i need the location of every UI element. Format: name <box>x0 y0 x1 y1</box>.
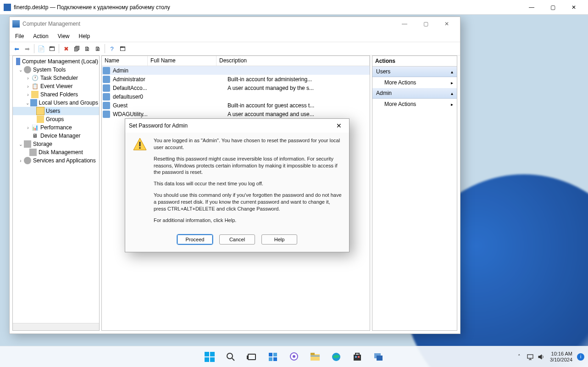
user-icon <box>103 84 110 92</box>
maximize-button[interactable]: ▢ <box>542 1 563 14</box>
tree-shared-folders[interactable]: ›Shared Folders <box>13 90 99 99</box>
svg-rect-10 <box>273 353 277 356</box>
user-row[interactable]: DefaultAcco...A user account managed by … <box>102 83 370 92</box>
navigation-tree[interactable]: Computer Management (Local) ⌄System Tool… <box>12 56 100 331</box>
tree-system-tools[interactable]: ⌄System Tools <box>13 66 99 74</box>
user-row[interactable]: AdministratorBuilt-in account for admini… <box>102 75 370 83</box>
back-icon[interactable]: ⬅ <box>11 44 22 54</box>
svg-rect-4 <box>210 352 215 356</box>
properties-icon[interactable]: 🗔 <box>47 44 57 54</box>
svg-marker-28 <box>538 355 542 359</box>
device-icon: 🖥 <box>31 132 39 139</box>
close-button[interactable]: ✕ <box>563 1 584 14</box>
dialog-titlebar[interactable]: Set Password for Admin ✕ <box>125 119 349 133</box>
user-description: A user account managed and use... <box>225 111 370 117</box>
forward-icon[interactable]: ➡ <box>22 44 32 54</box>
user-icon <box>103 67 110 74</box>
chevron-right-icon: ▸ <box>451 80 453 85</box>
export2-icon[interactable]: 🗎 <box>93 44 103 54</box>
network-icon[interactable] <box>526 353 534 361</box>
delete-icon[interactable]: ✖ <box>61 44 71 54</box>
user-name: DefaultAcco... <box>110 85 156 91</box>
cm-titlebar[interactable]: Computer Management — ▢ ✕ <box>10 17 460 31</box>
edge-icon[interactable] <box>327 348 345 366</box>
export-icon[interactable]: 🗎 <box>82 44 92 54</box>
cm-close-button[interactable]: ✕ <box>436 18 457 30</box>
actions-group-admin[interactable]: Admin▴ <box>372 88 457 99</box>
tree-horizontal-scrollbar[interactable] <box>13 323 99 330</box>
user-icon <box>103 111 110 118</box>
svg-rect-9 <box>269 353 272 356</box>
svg-rect-5 <box>205 357 209 362</box>
actions-group-users[interactable]: Users▴ <box>372 67 457 77</box>
tree-storage[interactable]: ⌄Storage <box>13 140 99 148</box>
tree-performance[interactable]: ›📊Performance <box>13 123 99 132</box>
help-icon[interactable]: ? <box>107 44 117 54</box>
up-icon[interactable]: 📄 <box>36 44 46 54</box>
set-password-dialog: Set Password for Admin ✕ You are logged … <box>125 118 349 252</box>
dialog-close-button[interactable]: ✕ <box>333 121 345 131</box>
perf-icon: 📊 <box>31 124 39 131</box>
tray-chevron-icon[interactable]: ˄ <box>515 353 523 361</box>
search-icon[interactable] <box>222 348 240 366</box>
tree-task-scheduler[interactable]: ›🕐Task Scheduler <box>13 74 99 82</box>
task-view-icon[interactable] <box>243 348 261 366</box>
tree-device-manager[interactable]: 🖥Device Manager <box>13 132 99 140</box>
clock-date: 3/10/2024 <box>550 357 572 363</box>
people-icon <box>30 99 37 106</box>
rdp-taskbar-icon[interactable] <box>369 348 388 366</box>
chevron-up-icon: ▴ <box>451 91 453 96</box>
window-icon[interactable]: 🗔 <box>117 44 128 54</box>
proceed-button[interactable]: Proceed <box>177 234 213 245</box>
disk-icon <box>29 149 37 156</box>
folder-icon <box>37 116 44 123</box>
menu-file[interactable]: File <box>11 32 28 40</box>
menu-view[interactable]: View <box>54 32 73 40</box>
help-button[interactable]: Help <box>261 234 297 245</box>
refresh-icon[interactable]: 🗐 <box>72 44 82 54</box>
list-header[interactable]: Name Full Name Description <box>102 56 370 66</box>
user-description: Built-in account for administering... <box>225 76 370 83</box>
menu-help[interactable]: Help <box>75 32 94 40</box>
tree-groups[interactable]: Groups <box>13 115 99 123</box>
taskbar-center <box>200 348 388 366</box>
chat-icon[interactable] <box>285 348 303 366</box>
start-button[interactable] <box>200 348 219 366</box>
user-row[interactable]: GuestBuilt-in account for guest access t… <box>102 101 370 110</box>
cm-minimize-button[interactable]: — <box>394 18 415 30</box>
col-description[interactable]: Description <box>216 56 370 66</box>
minimize-button[interactable]: — <box>521 1 542 14</box>
notification-badge[interactable]: i <box>577 353 584 361</box>
cm-maximize-button[interactable]: ▢ <box>415 18 436 30</box>
tree-event-viewer[interactable]: ›📋Event Viewer <box>13 82 99 90</box>
actions-more-users[interactable]: More Actions▸ <box>372 77 457 88</box>
chevron-right-icon: ▸ <box>451 102 453 107</box>
user-row[interactable]: WDAGUtility...A user account managed and… <box>102 110 370 118</box>
svg-rect-25 <box>527 355 533 358</box>
taskbar-clock[interactable]: 10:16 AM 3/10/2024 <box>550 351 572 362</box>
folder-open-icon <box>37 107 44 115</box>
dialog-text: You are logged in as "Admin". You have c… <box>154 137 342 228</box>
user-name: Guest <box>110 102 156 109</box>
tree-disk-management[interactable]: Disk Management <box>13 148 99 156</box>
cancel-button[interactable]: Cancel <box>219 234 255 245</box>
tree-services-apps[interactable]: ›Services and Applications <box>13 156 99 165</box>
user-name: WDAGUtility... <box>110 111 156 117</box>
actions-pane: Actions Users▴ More Actions▸ Admin▴ More… <box>372 56 457 331</box>
col-name[interactable]: Name <box>102 56 148 66</box>
user-row[interactable]: defaultuser0 <box>102 92 370 101</box>
file-explorer-icon[interactable] <box>306 348 324 366</box>
system-tray: ˄ 10:16 AM 3/10/2024 i <box>515 351 584 362</box>
volume-icon[interactable] <box>537 353 545 361</box>
menu-action[interactable]: Action <box>29 32 52 40</box>
actions-more-admin[interactable]: More Actions▸ <box>372 99 457 110</box>
col-fullname[interactable]: Full Name <box>148 56 216 66</box>
widgets-icon[interactable] <box>264 348 282 366</box>
svg-rect-21 <box>355 356 357 358</box>
tree-users[interactable]: Users <box>13 107 99 115</box>
store-icon[interactable] <box>348 348 366 366</box>
tree-root[interactable]: Computer Management (Local) <box>13 57 99 66</box>
svg-rect-17 <box>311 356 320 356</box>
tree-local-users-groups[interactable]: ⌄Local Users and Groups <box>13 99 99 107</box>
user-row[interactable]: Admin <box>102 66 370 75</box>
